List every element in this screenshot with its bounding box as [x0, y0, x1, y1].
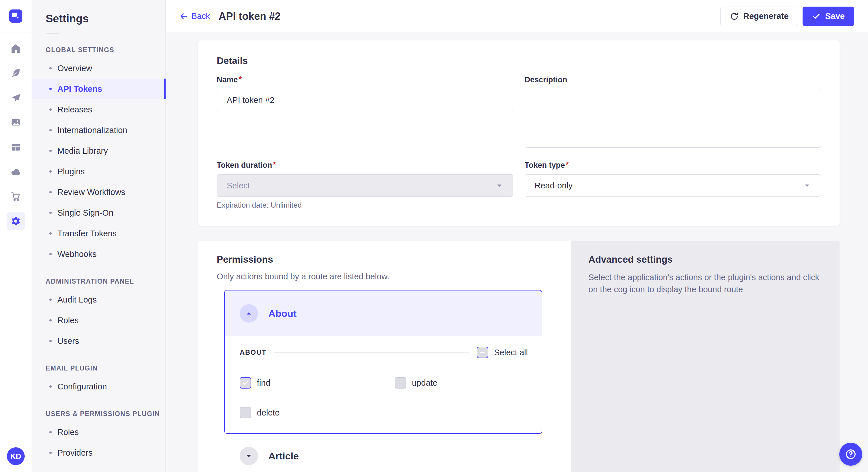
sidebar-item-overview[interactable]: Overview [32, 58, 165, 78]
workspace-strip: KD [0, 0, 32, 472]
marketplace-cart-icon[interactable] [11, 191, 21, 202]
home-icon[interactable] [11, 43, 21, 54]
arrow-left-icon [179, 12, 188, 21]
bullet-icon [50, 299, 52, 301]
sidebar-item-single-sign-on[interactable]: Single Sign-On [32, 202, 165, 223]
type-select[interactable]: Read-only [525, 174, 821, 197]
sidebar-item-admin-users[interactable]: Users [32, 331, 165, 351]
regenerate-button[interactable]: Regenerate [720, 7, 798, 26]
bullet-icon [50, 191, 52, 193]
section-heading-global-settings: GLOBAL SETTINGS [45, 46, 165, 54]
delete-checkbox[interactable] [240, 407, 251, 418]
sidebar-item-api-tokens[interactable]: API Tokens [32, 78, 165, 99]
permissions-accordion: About ABOUT Select [224, 290, 542, 472]
accordion-article-header[interactable]: Article [224, 434, 542, 472]
about-group-row: ABOUT Select all [240, 347, 528, 358]
accordion-about-label: About [268, 308, 297, 319]
help-button[interactable] [839, 443, 862, 466]
sidebar-item-review-workflows[interactable]: Review Workflows [32, 182, 165, 202]
select-all-checkbox[interactable] [477, 347, 488, 358]
sidebar-item-label: Releases [57, 105, 92, 114]
permissions-panel: Permissions Only actions bound by a rout… [198, 241, 570, 472]
user-avatar[interactable]: KD [7, 447, 25, 465]
page-title: API token #2 [218, 10, 280, 22]
check-icon [812, 12, 820, 21]
indeterminate-dash-icon [480, 352, 485, 353]
bullet-icon [50, 431, 52, 433]
app-root: KD Settings GLOBAL SETTINGS Overview API… [0, 0, 868, 472]
settings-subnav: Settings GLOBAL SETTINGS Overview API To… [32, 0, 166, 472]
save-label: Save [825, 11, 845, 21]
expiration-hint: Expiration date: Unlimited [217, 201, 513, 210]
sidebar-item-releases[interactable]: Releases [32, 99, 165, 120]
bullet-icon [50, 170, 52, 173]
sidebar-item-up-roles[interactable]: Roles [32, 422, 165, 442]
sidebar-item-label: Internationalization [57, 126, 127, 135]
sidebar-item-audit-logs[interactable]: Audit Logs [32, 289, 165, 310]
details-title: Details [217, 55, 821, 66]
bullet-icon [50, 150, 52, 152]
bullet-icon [50, 232, 52, 235]
question-mark-icon [844, 448, 857, 461]
collapse-toggle[interactable] [240, 304, 258, 323]
sidebar-item-internationalization[interactable]: Internationalization [32, 120, 165, 140]
cloud-icon[interactable] [11, 167, 21, 177]
bullet-icon [50, 88, 52, 90]
content-manager-icon[interactable] [11, 68, 21, 78]
section-heading-email-plugin: EMAIL PLUGIN [45, 365, 165, 372]
type-label: Token type* [525, 161, 821, 170]
sidebar-item-media-library[interactable]: Media Library [32, 140, 165, 161]
type-select-value: Read-only [535, 181, 572, 191]
subnav-title-divider [45, 33, 59, 34]
bullet-icon [50, 340, 52, 342]
sidebar-item-up-providers[interactable]: Providers [32, 442, 165, 463]
bullet-icon [50, 385, 52, 388]
permissions-row: Permissions Only actions bound by a rout… [198, 241, 840, 472]
sidebar-item-label: Audit Logs [57, 295, 97, 305]
details-fields: Name* Description Token duration* Select [217, 75, 821, 210]
delete-label: delete [257, 408, 280, 417]
description-label: Description [525, 75, 821, 84]
sidebar-item-label: Transfer Tokens [57, 229, 117, 238]
sidebar-item-label: Configuration [57, 382, 107, 392]
sidebar-item-label: Review Workflows [57, 188, 125, 197]
releases-icon[interactable] [11, 93, 21, 103]
header-actions: Regenerate Save [720, 7, 854, 26]
bullet-icon [50, 319, 52, 322]
chevron-down-icon [245, 452, 253, 460]
media-library-icon[interactable] [11, 117, 21, 128]
action-update: update [395, 377, 528, 389]
brand-area [0, 0, 32, 32]
back-link[interactable]: Back [179, 11, 210, 21]
description-textarea[interactable] [525, 89, 821, 148]
strip-footer: KD [0, 441, 32, 472]
content-type-builder-icon[interactable] [11, 142, 21, 152]
accordion-about-header[interactable]: About [225, 291, 541, 336]
accordion-about-body: ABOUT Select all [225, 336, 541, 433]
sidebar-item-label: Overview [57, 64, 92, 73]
strapi-logo-icon[interactable] [9, 9, 22, 23]
duration-label: Token duration* [217, 161, 513, 170]
settings-nav-active[interactable] [7, 212, 25, 230]
duration-field-group: Token duration* Select Expiration date: … [217, 161, 513, 210]
sidebar-item-label: Media Library [57, 146, 108, 156]
find-checkbox[interactable] [240, 377, 251, 389]
update-checkbox[interactable] [395, 377, 406, 389]
page-content: Details Name* Description Token duration… [166, 32, 868, 472]
name-input[interactable] [217, 89, 513, 111]
sidebar-item-transfer-tokens[interactable]: Transfer Tokens [32, 223, 165, 244]
required-asterisk: * [239, 75, 242, 83]
group-divider [274, 352, 469, 353]
sidebar-item-admin-roles[interactable]: Roles [32, 310, 165, 331]
back-label: Back [191, 11, 210, 21]
duration-select[interactable]: Select [217, 174, 513, 197]
description-field-group: Description [525, 75, 821, 149]
duration-select-value: Select [227, 181, 250, 191]
sidebar-item-plugins[interactable]: Plugins [32, 161, 165, 182]
sidebar-item-email-configuration[interactable]: Configuration [32, 376, 165, 397]
chevron-down-icon [802, 181, 812, 191]
save-button[interactable]: Save [803, 7, 854, 26]
bullet-icon [50, 108, 52, 111]
sidebar-item-webhooks[interactable]: Webhooks [32, 244, 165, 264]
expand-toggle[interactable] [240, 447, 258, 465]
